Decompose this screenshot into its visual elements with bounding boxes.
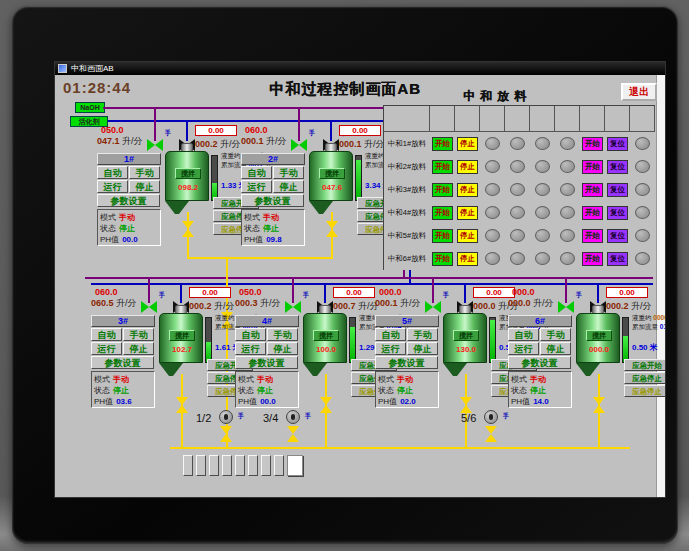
naoh-valve-icon[interactable] xyxy=(147,139,163,151)
naoh-valve-icon[interactable] xyxy=(285,301,301,313)
nav-button[interactable] xyxy=(274,455,284,476)
start-button[interactable]: 开始 xyxy=(432,252,453,266)
auto-button[interactable]: 自动 xyxy=(375,328,406,341)
pump-valve-icon[interactable] xyxy=(220,426,232,442)
level-reset-button[interactable]: 复位 xyxy=(607,183,628,197)
auto-button[interactable]: 自动 xyxy=(97,166,128,179)
pump-valve-icon[interactable] xyxy=(287,426,299,442)
reactor-tank: 搅拌 100.0 xyxy=(303,313,347,363)
naoh-valve-icon[interactable] xyxy=(425,301,441,313)
stir-button[interactable]: 搅拌 xyxy=(313,330,339,341)
reaction-done-indicator xyxy=(535,183,550,196)
emergency-start-button[interactable]: 应急开始 xyxy=(624,359,666,371)
emergency-discharge-button[interactable]: 开始 xyxy=(582,229,603,243)
stir-button[interactable]: 搅拌 xyxy=(175,168,201,179)
exit-button[interactable]: 退出 xyxy=(621,83,657,101)
nav-button[interactable] xyxy=(261,455,271,476)
flow2-value: 000.7 xyxy=(333,301,356,311)
stop-button[interactable]: 停止 xyxy=(457,137,478,151)
reaction-done-indicator xyxy=(535,137,550,150)
row-label: 中和6#放料 xyxy=(384,247,430,270)
stop-button[interactable]: 停止 xyxy=(457,206,478,220)
stop-button[interactable]: 停止 xyxy=(540,342,571,355)
stop-button[interactable]: 停止 xyxy=(129,180,160,193)
start-button[interactable]: 开始 xyxy=(432,183,453,197)
emergency-discharge-button[interactable]: 开始 xyxy=(582,137,603,151)
nav-button[interactable] xyxy=(183,455,193,476)
nav-button[interactable] xyxy=(235,455,245,476)
run-button[interactable]: 运行 xyxy=(235,342,266,355)
run-button[interactable]: 运行 xyxy=(375,342,406,355)
naoh-valve-icon[interactable] xyxy=(141,301,157,313)
stop-button[interactable]: 停止 xyxy=(457,183,478,197)
row-label: 中和1#放料 xyxy=(384,132,430,155)
stir-button[interactable]: 搅拌 xyxy=(319,168,345,179)
stir-button[interactable]: 搅拌 xyxy=(586,330,612,341)
run-button[interactable]: 运行 xyxy=(91,342,122,355)
stir-button[interactable]: 搅拌 xyxy=(453,330,479,341)
nav-button[interactable] xyxy=(248,455,258,476)
table-column-header xyxy=(580,106,605,132)
manual-button[interactable]: 手动 xyxy=(540,328,571,341)
nav-button[interactable] xyxy=(209,455,219,476)
auto-button[interactable]: 自动 xyxy=(241,166,272,179)
level-reset-button[interactable]: 复位 xyxy=(607,252,628,266)
run-button[interactable]: 运行 xyxy=(241,180,272,193)
stop-button[interactable]: 停止 xyxy=(457,229,478,243)
nav-button[interactable] xyxy=(287,455,303,476)
manual-button[interactable]: 手动 xyxy=(273,166,304,179)
stop-button[interactable]: 停止 xyxy=(267,342,298,355)
manual-button[interactable]: 手动 xyxy=(267,328,298,341)
stir-button[interactable]: 搅拌 xyxy=(169,330,195,341)
manual-button[interactable]: 手动 xyxy=(407,328,438,341)
auto-button[interactable]: 自动 xyxy=(235,328,266,341)
emergency-discharge-button[interactable]: 开始 xyxy=(582,206,603,220)
manual-button[interactable]: 手动 xyxy=(123,328,154,341)
level-reset-button[interactable]: 复位 xyxy=(607,137,628,151)
level-reset-button[interactable]: 复位 xyxy=(607,160,628,174)
feed-done-indicator xyxy=(485,183,500,196)
params-button[interactable]: 参数设置 xyxy=(235,356,298,369)
auto-button[interactable]: 自动 xyxy=(508,328,539,341)
emergency-stop2-button[interactable]: 应急停止 xyxy=(624,385,666,397)
start-button[interactable]: 开始 xyxy=(432,160,453,174)
state-label: 状态 xyxy=(378,386,394,395)
window-titlebar[interactable]: 中和画面AB xyxy=(55,62,666,75)
nav-button[interactable] xyxy=(222,455,232,476)
emergency-discharge-button[interactable]: 开始 xyxy=(582,252,603,266)
emergency-discharge-button[interactable]: 开始 xyxy=(582,160,603,174)
params-button[interactable]: 参数设置 xyxy=(375,356,438,369)
level-reset-button[interactable]: 复位 xyxy=(607,206,628,220)
run-button[interactable]: 运行 xyxy=(97,180,128,193)
run-button[interactable]: 运行 xyxy=(508,342,539,355)
manual-button[interactable]: 手动 xyxy=(129,166,160,179)
params-button[interactable]: 参数设置 xyxy=(241,194,304,207)
pipe-discharge-manifold xyxy=(170,447,630,449)
stop-button[interactable]: 停止 xyxy=(457,160,478,174)
nav-button[interactable] xyxy=(196,455,206,476)
level-value: 1.29 xyxy=(359,343,375,352)
emergency-discharge-button[interactable]: 开始 xyxy=(582,183,603,197)
naoh-valve-icon[interactable] xyxy=(291,139,307,151)
emergency-stop-button[interactable]: 应急停止 xyxy=(624,372,666,384)
naoh-valve-icon[interactable] xyxy=(558,301,574,313)
pump-icon[interactable] xyxy=(286,410,300,424)
stop-button[interactable]: 停止 xyxy=(273,180,304,193)
pump-valve-icon[interactable] xyxy=(485,426,497,442)
params-button[interactable]: 参数设置 xyxy=(508,356,571,369)
stop-button[interactable]: 停止 xyxy=(123,342,154,355)
flow-setpoint: 050.0 xyxy=(239,287,262,297)
params-button[interactable]: 参数设置 xyxy=(91,356,154,369)
params-button[interactable]: 参数设置 xyxy=(97,194,160,207)
stop-button[interactable]: 停止 xyxy=(457,252,478,266)
ph-value: 00.0 xyxy=(260,397,276,406)
level-reset-button[interactable]: 复位 xyxy=(607,229,628,243)
auto-button[interactable]: 自动 xyxy=(91,328,122,341)
pump-icon[interactable] xyxy=(219,410,233,424)
start-button[interactable]: 开始 xyxy=(432,229,453,243)
start-button[interactable]: 开始 xyxy=(432,206,453,220)
stop-button[interactable]: 停止 xyxy=(407,342,438,355)
pump-icon[interactable] xyxy=(484,410,498,424)
start-button[interactable]: 开始 xyxy=(432,137,453,151)
level-gauge-fill xyxy=(356,160,361,200)
